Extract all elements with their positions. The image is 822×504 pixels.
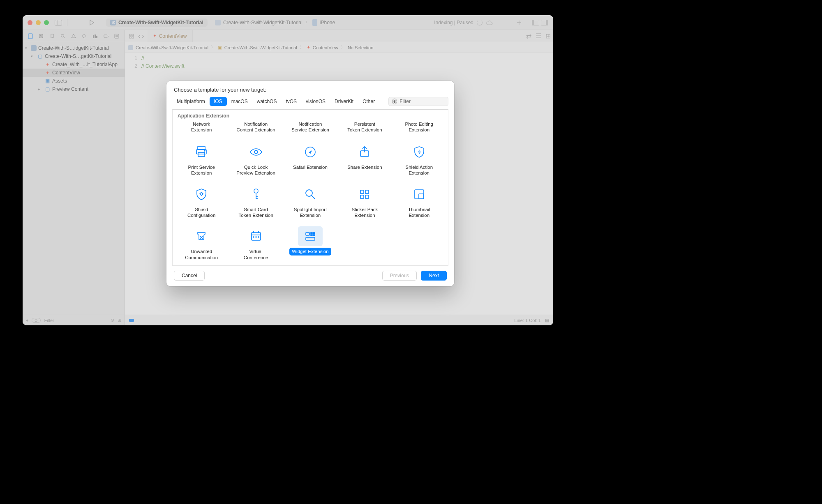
platform-tab-driverkit[interactable]: DriverKit: [330, 97, 358, 106]
printer-icon: [189, 142, 214, 162]
template-item[interactable]: Unwanted Communication: [174, 224, 229, 265]
key-icon: [244, 184, 268, 204]
template-label: Thumbnail Extension: [406, 206, 433, 219]
template-label: Photo Editing Extension: [403, 120, 436, 134]
template-label: Shield Configuration: [185, 206, 218, 219]
svg-rect-37: [365, 195, 369, 198]
svg-rect-36: [360, 195, 364, 198]
template-item[interactable]: Sticker Pack Extension: [337, 182, 392, 223]
svg-point-24: [254, 150, 258, 154]
svg-rect-20: [198, 147, 205, 150]
svg-rect-52: [306, 237, 315, 240]
template-label: Spotlight Import Extension: [291, 206, 330, 219]
new-target-sheet: Choose a template for your new target: M…: [166, 81, 454, 286]
template-label: Persistent Token Extension: [345, 120, 384, 134]
platform-tab-tvos[interactable]: tvOS: [281, 97, 301, 106]
template-label: Print Service Extension: [186, 163, 217, 177]
platform-tab-macos[interactable]: macOS: [227, 97, 252, 106]
template-item[interactable]: Safari Extension: [283, 140, 337, 180]
svg-point-23: [204, 150, 205, 151]
grid-icon: [352, 184, 377, 204]
magnifier-icon: [298, 184, 323, 204]
template-item[interactable]: Photo Editing Extension: [392, 120, 446, 138]
svg-rect-22: [198, 152, 205, 156]
template-item[interactable]: Virtual Conference: [229, 224, 283, 265]
svg-rect-51: [313, 235, 315, 236]
template-label: Quick Look Preview Extension: [234, 163, 278, 177]
svg-rect-38: [415, 190, 424, 199]
calendar-icon: [244, 226, 268, 246]
template-list: Application Extension Network Extension …: [172, 109, 448, 266]
svg-rect-47: [306, 232, 309, 235]
widget-icon: [298, 226, 323, 246]
svg-point-46: [258, 237, 259, 237]
svg-rect-39: [419, 194, 424, 199]
svg-point-45: [256, 237, 256, 237]
platform-tab-multiplatform[interactable]: Multiplatform: [172, 97, 210, 106]
platform-tab-watchos[interactable]: watchOS: [252, 97, 282, 106]
platform-tab-ios[interactable]: iOS: [210, 97, 227, 106]
svg-line-33: [312, 196, 315, 199]
template-label: Unwanted Communication: [182, 248, 220, 261]
template-label: Notification Content Extension: [234, 120, 278, 134]
platform-tabs: Multiplatform iOS macOS watchOS tvOS vis…: [166, 97, 454, 106]
xcode-window: ⌘ Create-With-Swift-WidgetKit-Tutorial C…: [23, 15, 553, 325]
template-item[interactable]: Shield Configuration: [174, 182, 229, 223]
svg-rect-49: [313, 232, 315, 234]
shield-gear-icon: [189, 184, 214, 204]
template-item[interactable]: Smart Card Token Extension: [229, 182, 283, 223]
template-item[interactable]: Notification Content Extension: [229, 120, 283, 138]
template-item[interactable]: Notification Service Extension: [283, 120, 337, 138]
template-label: Network Extension: [189, 120, 215, 134]
sheet-title: Choose a template for your new target:: [166, 81, 454, 97]
platform-tab-visionos[interactable]: visionOS: [301, 97, 330, 106]
svg-point-28: [254, 189, 258, 193]
template-item[interactable]: Persistent Token Extension: [337, 120, 392, 138]
svg-rect-48: [311, 232, 312, 234]
template-item[interactable]: Quick Look Preview Extension: [229, 140, 283, 180]
template-label: Safari Extension: [291, 163, 330, 171]
template-label: Widget Extension: [289, 248, 331, 255]
template-item-selected[interactable]: Widget Extension: [283, 224, 337, 265]
report-x-icon: [189, 226, 214, 246]
share-icon: [352, 142, 377, 162]
next-button[interactable]: Next: [421, 271, 447, 281]
template-item[interactable]: Share Extension: [337, 140, 392, 180]
platform-tab-other[interactable]: Other: [358, 97, 379, 106]
template-label: Shield Action Extension: [403, 163, 436, 177]
template-label: Virtual Conference: [241, 248, 270, 261]
template-label: Sticker Pack Extension: [349, 206, 380, 219]
filter-icon: ⦿: [392, 99, 397, 104]
template-item[interactable]: Thumbnail Extension: [392, 182, 446, 223]
compass-icon: [298, 142, 323, 162]
svg-point-44: [253, 237, 254, 237]
template-label: Smart Card Token Extension: [236, 206, 275, 219]
previous-button[interactable]: Previous: [382, 271, 417, 281]
svg-point-32: [306, 190, 312, 196]
template-item[interactable]: Shield Action Extension: [392, 140, 446, 180]
svg-rect-50: [311, 235, 312, 236]
svg-point-27: [200, 193, 203, 195]
template-item[interactable]: Network Extension: [174, 120, 229, 138]
template-filter[interactable]: ⦿: [388, 97, 448, 106]
sheet-footer: Cancel Previous Next: [166, 266, 454, 286]
shield-bolt-icon: [407, 142, 432, 162]
filter-input[interactable]: [399, 99, 445, 104]
svg-rect-34: [360, 190, 364, 193]
template-label: Share Extension: [345, 163, 384, 171]
template-item[interactable]: Print Service Extension: [174, 140, 229, 180]
section-header: Application Extension: [173, 110, 448, 120]
template-item[interactable]: Spotlight Import Extension: [283, 182, 337, 223]
thumbnail-icon: [407, 184, 432, 204]
template-label: Notification Service Extension: [289, 120, 332, 134]
cancel-button[interactable]: Cancel: [174, 271, 205, 281]
svg-rect-35: [365, 190, 369, 193]
eye-icon: [244, 142, 268, 162]
